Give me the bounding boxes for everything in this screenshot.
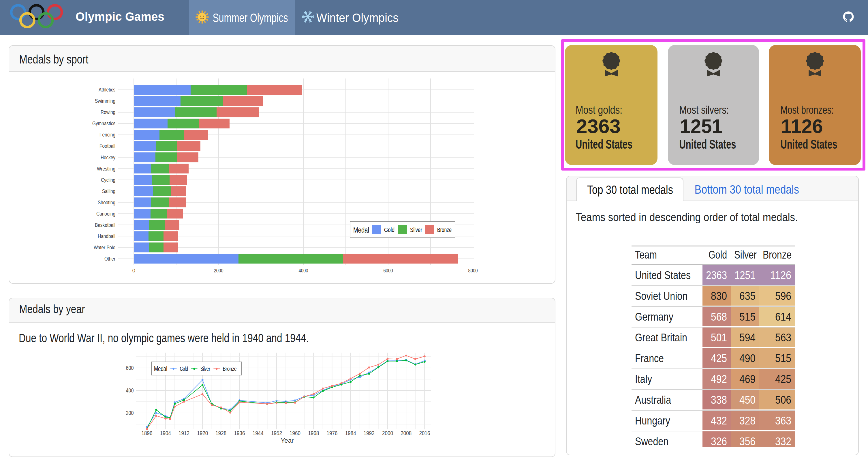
svg-text:Winter Olympics: Winter Olympics bbox=[316, 11, 399, 25]
svg-text:515: 515 bbox=[775, 352, 791, 365]
svg-text:Olympic Games: Olympic Games bbox=[75, 10, 164, 23]
svg-text:1928: 1928 bbox=[215, 430, 226, 436]
svg-text:568: 568 bbox=[711, 311, 727, 323]
svg-text:2008: 2008 bbox=[401, 430, 411, 436]
svg-text:Fencing: Fencing bbox=[99, 132, 115, 138]
svg-text:Germany: Germany bbox=[635, 311, 673, 323]
svg-text:Most bronzes:: Most bronzes: bbox=[781, 104, 834, 116]
svg-text:Australia: Australia bbox=[635, 394, 671, 406]
svg-text:Due to World War II, no olympi: Due to World War II, no olympic games we… bbox=[19, 331, 309, 345]
svg-text:Most silvers:: Most silvers: bbox=[679, 104, 729, 116]
svg-text:Summer Olympics: Summer Olympics bbox=[213, 11, 288, 25]
svg-text:363: 363 bbox=[775, 414, 791, 427]
svg-text:506: 506 bbox=[775, 394, 791, 406]
svg-text:1126: 1126 bbox=[770, 269, 791, 281]
svg-text:Gold: Gold bbox=[709, 249, 727, 261]
svg-text:2363: 2363 bbox=[576, 115, 621, 137]
svg-text:Canoeing: Canoeing bbox=[96, 211, 115, 217]
svg-text:450: 450 bbox=[739, 394, 755, 406]
svg-text:596: 596 bbox=[775, 290, 791, 302]
svg-text:492: 492 bbox=[711, 373, 727, 385]
svg-text:Swimming: Swimming bbox=[95, 98, 115, 104]
svg-text:Medal: Medal bbox=[353, 226, 369, 234]
svg-text:1992: 1992 bbox=[364, 430, 375, 436]
svg-text:1251: 1251 bbox=[735, 269, 755, 281]
svg-text:356: 356 bbox=[739, 435, 755, 447]
svg-text:Top 30 total medals: Top 30 total medals bbox=[587, 183, 673, 197]
svg-text:338: 338 bbox=[711, 394, 727, 406]
svg-text:Bronze: Bronze bbox=[437, 226, 452, 233]
svg-text:Team: Team bbox=[635, 249, 657, 261]
svg-text:United States: United States bbox=[679, 137, 736, 151]
svg-text:501: 501 bbox=[711, 331, 727, 344]
svg-text:600: 600 bbox=[126, 365, 134, 371]
svg-text:4000: 4000 bbox=[299, 267, 308, 273]
svg-text:Handball: Handball bbox=[98, 233, 115, 239]
svg-text:2016: 2016 bbox=[419, 430, 430, 436]
svg-text:Cycling: Cycling bbox=[101, 177, 115, 183]
svg-text:515: 515 bbox=[739, 311, 755, 323]
svg-text:Medals by sport: Medals by sport bbox=[19, 53, 88, 66]
svg-text:Gold: Gold bbox=[384, 226, 395, 233]
svg-text:Silver: Silver bbox=[410, 226, 422, 233]
svg-text:0: 0 bbox=[132, 267, 135, 273]
svg-text:6000: 6000 bbox=[383, 267, 393, 273]
svg-text:Other: Other bbox=[104, 256, 115, 262]
svg-text:425: 425 bbox=[775, 373, 791, 385]
svg-text:Silver: Silver bbox=[734, 249, 757, 261]
svg-text:328: 328 bbox=[739, 414, 755, 427]
svg-text:Shooting: Shooting bbox=[98, 200, 115, 205]
svg-text:Teams sorted in descending ord: Teams sorted in descending order of tota… bbox=[576, 211, 798, 223]
svg-text:200: 200 bbox=[126, 410, 134, 416]
svg-text:1952: 1952 bbox=[271, 430, 282, 436]
svg-text:Sailing: Sailing bbox=[102, 188, 115, 194]
svg-text:Wrestling: Wrestling bbox=[97, 166, 115, 172]
svg-text:Sweden: Sweden bbox=[635, 435, 669, 447]
svg-text:Rowing: Rowing bbox=[101, 109, 115, 115]
svg-text:2000: 2000 bbox=[382, 430, 393, 436]
svg-text:Hockey: Hockey bbox=[101, 155, 115, 161]
svg-text:1251: 1251 bbox=[680, 115, 723, 137]
svg-text:490: 490 bbox=[739, 352, 755, 365]
svg-text:594: 594 bbox=[739, 331, 755, 344]
svg-text:Hungary: Hungary bbox=[635, 414, 670, 427]
svg-text:332: 332 bbox=[775, 435, 791, 447]
svg-text:Soviet Union: Soviet Union bbox=[635, 290, 687, 302]
svg-text:Water Polo: Water Polo bbox=[94, 245, 115, 251]
svg-text:563: 563 bbox=[775, 331, 791, 344]
svg-text:Silver: Silver bbox=[200, 366, 210, 372]
svg-text:United States: United States bbox=[781, 137, 837, 151]
svg-text:635: 635 bbox=[739, 290, 755, 302]
svg-text:Year: Year bbox=[281, 437, 294, 444]
svg-text:432: 432 bbox=[711, 414, 727, 427]
svg-text:1904: 1904 bbox=[160, 430, 171, 436]
svg-text:400: 400 bbox=[126, 387, 134, 394]
svg-text:Italy: Italy bbox=[635, 373, 652, 385]
svg-text:1960: 1960 bbox=[289, 430, 301, 436]
svg-text:469: 469 bbox=[739, 373, 755, 385]
svg-text:France: France bbox=[635, 352, 664, 365]
svg-text:Gold: Gold bbox=[180, 366, 188, 372]
svg-text:United States: United States bbox=[635, 269, 691, 281]
svg-text:1920: 1920 bbox=[197, 430, 208, 436]
svg-text:1912: 1912 bbox=[179, 430, 189, 436]
svg-text:830: 830 bbox=[711, 290, 727, 302]
svg-text:1976: 1976 bbox=[327, 430, 338, 436]
svg-text:Medals by year: Medals by year bbox=[19, 302, 85, 316]
svg-text:2000: 2000 bbox=[214, 267, 223, 273]
svg-text:Athletics: Athletics bbox=[99, 87, 115, 93]
svg-text:8000: 8000 bbox=[468, 267, 478, 273]
svg-text:Bronze: Bronze bbox=[763, 249, 792, 261]
svg-text:United States: United States bbox=[576, 137, 632, 151]
svg-text:1896: 1896 bbox=[142, 430, 153, 436]
svg-text:614: 614 bbox=[775, 311, 791, 323]
svg-text:1126: 1126 bbox=[781, 115, 823, 137]
svg-text:Medal: Medal bbox=[154, 365, 167, 373]
svg-text:Bronze: Bronze bbox=[223, 366, 237, 372]
svg-text:Great Britain: Great Britain bbox=[635, 331, 687, 344]
svg-text:425: 425 bbox=[711, 352, 727, 365]
svg-text:Most golds:: Most golds: bbox=[576, 104, 622, 116]
svg-text:326: 326 bbox=[711, 435, 727, 447]
svg-text:1936: 1936 bbox=[234, 430, 245, 436]
svg-text:Basketball: Basketball bbox=[95, 222, 115, 228]
